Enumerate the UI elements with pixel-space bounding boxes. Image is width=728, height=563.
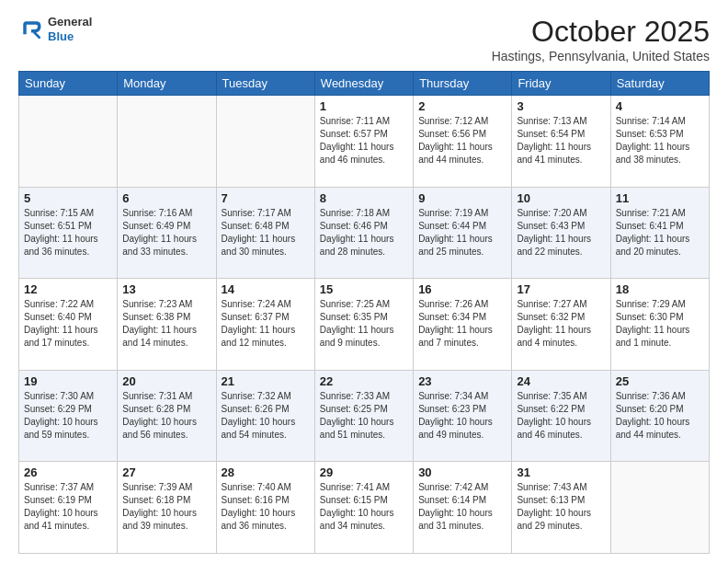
calendar-cell: 2Sunrise: 7:12 AM Sunset: 6:56 PM Daylig… — [414, 96, 512, 188]
day-info: Sunrise: 7:33 AM Sunset: 6:25 PM Dayligh… — [320, 390, 408, 442]
weekday-header-thursday: Thursday — [414, 72, 512, 96]
calendar-cell: 19Sunrise: 7:30 AM Sunset: 6:29 PM Dayli… — [19, 370, 118, 462]
day-info: Sunrise: 7:32 AM Sunset: 6:26 PM Dayligh… — [222, 390, 310, 442]
day-number: 26 — [24, 465, 112, 479]
week-row-3: 12Sunrise: 7:22 AM Sunset: 6:40 PM Dayli… — [19, 279, 710, 371]
day-info: Sunrise: 7:29 AM Sunset: 6:30 PM Dayligh… — [616, 298, 704, 350]
weekday-header-sunday: Sunday — [19, 72, 118, 96]
day-info: Sunrise: 7:25 AM Sunset: 6:35 PM Dayligh… — [320, 298, 408, 350]
month-title: October 2025 — [492, 15, 710, 49]
logo: General Blue — [18, 15, 92, 43]
day-number: 14 — [222, 282, 310, 296]
day-number: 24 — [517, 374, 605, 388]
day-number: 3 — [517, 99, 605, 113]
calendar-cell: 18Sunrise: 7:29 AM Sunset: 6:30 PM Dayli… — [610, 279, 709, 371]
day-number: 31 — [517, 465, 605, 479]
day-info: Sunrise: 7:15 AM Sunset: 6:51 PM Dayligh… — [24, 207, 112, 259]
day-info: Sunrise: 7:39 AM Sunset: 6:18 PM Dayligh… — [122, 481, 210, 533]
calendar-cell: 14Sunrise: 7:24 AM Sunset: 6:37 PM Dayli… — [216, 279, 314, 371]
calendar-cell: 29Sunrise: 7:41 AM Sunset: 6:15 PM Dayli… — [314, 462, 413, 554]
calendar-cell — [610, 462, 709, 554]
calendar-table: SundayMondayTuesdayWednesdayThursdayFrid… — [18, 71, 710, 554]
day-number: 10 — [517, 191, 605, 205]
day-info: Sunrise: 7:43 AM Sunset: 6:13 PM Dayligh… — [517, 481, 605, 533]
day-info: Sunrise: 7:18 AM Sunset: 6:46 PM Dayligh… — [320, 207, 408, 259]
day-info: Sunrise: 7:24 AM Sunset: 6:37 PM Dayligh… — [222, 298, 310, 350]
day-info: Sunrise: 7:16 AM Sunset: 6:49 PM Dayligh… — [122, 207, 210, 259]
location-title: Hastings, Pennsylvania, United States — [492, 49, 710, 63]
calendar-cell: 31Sunrise: 7:43 AM Sunset: 6:13 PM Dayli… — [512, 462, 610, 554]
day-number: 20 — [122, 374, 210, 388]
title-block: October 2025 Hastings, Pennsylvania, Uni… — [492, 15, 710, 63]
day-number: 4 — [616, 99, 704, 113]
weekday-header-wednesday: Wednesday — [314, 72, 413, 96]
calendar-cell: 8Sunrise: 7:18 AM Sunset: 6:46 PM Daylig… — [314, 187, 413, 279]
day-info: Sunrise: 7:37 AM Sunset: 6:19 PM Dayligh… — [24, 481, 112, 533]
calendar-cell: 28Sunrise: 7:40 AM Sunset: 6:16 PM Dayli… — [216, 462, 314, 554]
day-info: Sunrise: 7:17 AM Sunset: 6:48 PM Dayligh… — [222, 207, 310, 259]
logo-line1: General — [48, 15, 92, 29]
day-number: 6 — [122, 191, 210, 205]
logo-text: General Blue — [48, 15, 92, 43]
calendar-cell: 17Sunrise: 7:27 AM Sunset: 6:32 PM Dayli… — [512, 279, 610, 371]
calendar-cell — [19, 96, 118, 188]
day-info: Sunrise: 7:21 AM Sunset: 6:41 PM Dayligh… — [616, 207, 704, 259]
week-row-4: 19Sunrise: 7:30 AM Sunset: 6:29 PM Dayli… — [19, 370, 710, 462]
header: General Blue October 2025 Hastings, Penn… — [18, 15, 710, 63]
day-number: 28 — [222, 465, 310, 479]
calendar-cell: 4Sunrise: 7:14 AM Sunset: 6:53 PM Daylig… — [610, 96, 709, 188]
calendar-cell: 21Sunrise: 7:32 AM Sunset: 6:26 PM Dayli… — [216, 370, 314, 462]
day-info: Sunrise: 7:11 AM Sunset: 6:57 PM Dayligh… — [320, 115, 408, 167]
day-number: 9 — [418, 191, 506, 205]
calendar-cell — [118, 96, 216, 188]
day-info: Sunrise: 7:20 AM Sunset: 6:43 PM Dayligh… — [517, 207, 605, 259]
day-info: Sunrise: 7:41 AM Sunset: 6:15 PM Dayligh… — [320, 481, 408, 533]
calendar-cell: 15Sunrise: 7:25 AM Sunset: 6:35 PM Dayli… — [314, 279, 413, 371]
weekday-header-friday: Friday — [512, 72, 610, 96]
day-info: Sunrise: 7:23 AM Sunset: 6:38 PM Dayligh… — [122, 298, 210, 350]
day-number: 29 — [320, 465, 408, 479]
day-number: 30 — [418, 465, 506, 479]
weekday-header-tuesday: Tuesday — [216, 72, 314, 96]
week-row-2: 5Sunrise: 7:15 AM Sunset: 6:51 PM Daylig… — [19, 187, 710, 279]
day-number: 25 — [616, 374, 704, 388]
day-info: Sunrise: 7:40 AM Sunset: 6:16 PM Dayligh… — [222, 481, 310, 533]
day-number: 19 — [24, 374, 112, 388]
calendar-cell: 5Sunrise: 7:15 AM Sunset: 6:51 PM Daylig… — [19, 187, 118, 279]
day-number: 12 — [24, 282, 112, 296]
calendar-cell: 9Sunrise: 7:19 AM Sunset: 6:44 PM Daylig… — [414, 187, 512, 279]
day-number: 23 — [418, 374, 506, 388]
day-info: Sunrise: 7:22 AM Sunset: 6:40 PM Dayligh… — [24, 298, 112, 350]
calendar-cell: 12Sunrise: 7:22 AM Sunset: 6:40 PM Dayli… — [19, 279, 118, 371]
calendar-cell — [216, 96, 314, 188]
day-number: 8 — [320, 191, 408, 205]
day-number: 21 — [222, 374, 310, 388]
day-number: 13 — [122, 282, 210, 296]
calendar-cell: 26Sunrise: 7:37 AM Sunset: 6:19 PM Dayli… — [19, 462, 118, 554]
logo-line2: Blue — [48, 29, 92, 44]
day-info: Sunrise: 7:12 AM Sunset: 6:56 PM Dayligh… — [418, 115, 506, 167]
day-info: Sunrise: 7:34 AM Sunset: 6:23 PM Dayligh… — [418, 390, 506, 442]
day-info: Sunrise: 7:31 AM Sunset: 6:28 PM Dayligh… — [122, 390, 210, 442]
day-info: Sunrise: 7:26 AM Sunset: 6:34 PM Dayligh… — [418, 298, 506, 350]
calendar-cell: 10Sunrise: 7:20 AM Sunset: 6:43 PM Dayli… — [512, 187, 610, 279]
day-number: 22 — [320, 374, 408, 388]
weekday-header-monday: Monday — [118, 72, 216, 96]
calendar-cell: 22Sunrise: 7:33 AM Sunset: 6:25 PM Dayli… — [314, 370, 413, 462]
day-number: 27 — [122, 465, 210, 479]
day-info: Sunrise: 7:42 AM Sunset: 6:14 PM Dayligh… — [418, 481, 506, 533]
day-number: 1 — [320, 99, 408, 113]
day-number: 18 — [616, 282, 704, 296]
calendar-cell: 27Sunrise: 7:39 AM Sunset: 6:18 PM Dayli… — [118, 462, 216, 554]
day-number: 16 — [418, 282, 506, 296]
calendar-cell: 24Sunrise: 7:35 AM Sunset: 6:22 PM Dayli… — [512, 370, 610, 462]
calendar-cell: 1Sunrise: 7:11 AM Sunset: 6:57 PM Daylig… — [314, 96, 413, 188]
calendar-cell: 20Sunrise: 7:31 AM Sunset: 6:28 PM Dayli… — [118, 370, 216, 462]
day-info: Sunrise: 7:30 AM Sunset: 6:29 PM Dayligh… — [24, 390, 112, 442]
day-info: Sunrise: 7:36 AM Sunset: 6:20 PM Dayligh… — [616, 390, 704, 442]
day-info: Sunrise: 7:27 AM Sunset: 6:32 PM Dayligh… — [517, 298, 605, 350]
calendar-cell: 13Sunrise: 7:23 AM Sunset: 6:38 PM Dayli… — [118, 279, 216, 371]
calendar-cell: 25Sunrise: 7:36 AM Sunset: 6:20 PM Dayli… — [610, 370, 709, 462]
calendar-cell: 7Sunrise: 7:17 AM Sunset: 6:48 PM Daylig… — [216, 187, 314, 279]
day-number: 15 — [320, 282, 408, 296]
